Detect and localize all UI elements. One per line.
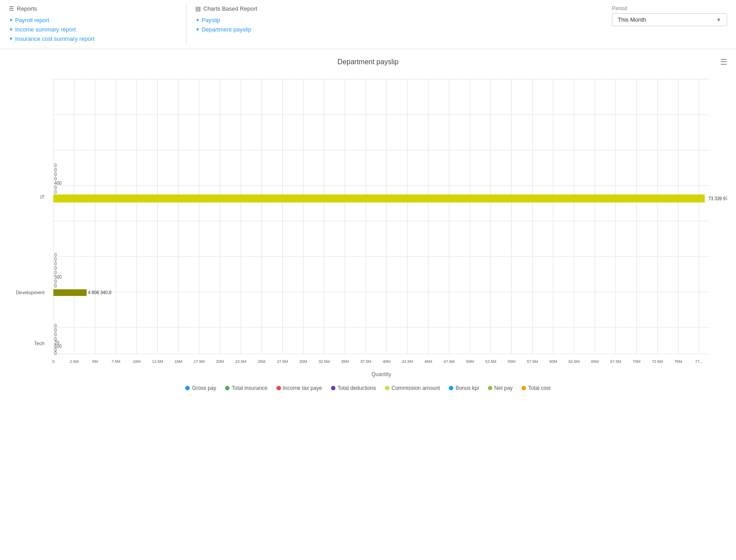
x-label-67.5m: 67.5M [610,359,621,364]
x-label-62.5m: 62.5M [569,359,580,364]
dev-label-0g: 0 [55,284,57,288]
it-label-5: 0 [55,190,57,194]
net-pay-dot [488,386,492,390]
it-main-bar [54,194,705,202]
x-label-77: 77... [695,359,703,364]
development-main-bar [54,289,87,296]
bonus-kpi-dot [449,386,453,390]
total-deductions-dot [331,386,335,390]
payroll-arrow-icon: ▼ [9,18,13,23]
chart-container: Department payslip ☰ [0,49,736,400]
total-cost-label: Total cost [528,385,551,391]
department-payslip-item[interactable]: ▼ Department payslip [195,25,364,34]
x-label-70m: 70M [633,359,641,364]
chart-wrapper: 0 0 0 0 400 0 0 73 339 976 IT 0 0 0 [9,70,727,381]
chart-title-row: Department payslip ☰ [9,58,727,66]
development-bars: 0 0 0 0 0 500 0 0 4 806 340.8 Developmen… [16,253,112,296]
payslip-label: Payslip [202,17,220,23]
bonus-kpi-label: Bonus kpi [456,385,479,391]
total-cost-dot [522,386,526,390]
x-label-2.5m: 2.5M [70,359,78,364]
payroll-report-item[interactable]: ▼ Payroll report [9,16,177,25]
chevron-down-icon: ▼ [716,17,721,23]
reports-section: ☰ Reports ▼ Payroll report ▼ Income summ… [0,0,186,49]
x-label-7.5m: 7.5M [111,359,120,364]
payslip-item[interactable]: ▼ Payslip [195,16,364,25]
income-summary-item[interactable]: ▼ Income summary report [9,25,177,34]
chart-legend: Gross pay Total insurance Income tax pay… [9,385,727,391]
chart-svg: 0 0 0 0 400 0 0 73 339 976 IT 0 0 0 [9,70,727,381]
charts-section: ▤ Charts Based Report ▼ Payslip ▼ Depart… [187,0,373,49]
income-tax-dot [276,386,281,390]
legend-total-deductions: Total deductions [331,385,376,391]
it-dept-label: IT [40,194,45,200]
x-axis-title: Quantity [371,371,391,377]
period-select[interactable]: This Month ▼ [612,13,727,26]
total-insurance-label: Total insurance [232,385,268,391]
x-label-50m: 50M [466,359,474,364]
x-label-35m: 35M [341,359,349,364]
department-payslip-label: Department payslip [202,26,251,33]
x-label-40m: 40M [383,359,391,364]
tech-label-0f: 0 [55,351,57,356]
gross-pay-label: Gross pay [192,385,216,391]
legend-commission: Commission amount [385,385,440,391]
chart-menu-icon[interactable]: ☰ [720,57,727,67]
it-bars: 0 0 0 0 400 0 0 73 339 976 IT [40,163,727,202]
x-label-72.5m: 72.5M [652,359,663,364]
x-label-30m: 30M [300,359,308,364]
x-label-10m: 10M [133,359,141,364]
x-label-15m: 15M [175,359,183,364]
dept-payslip-arrow-icon: ▼ [195,27,200,32]
x-label-75m: 75M [674,359,682,364]
legend-net-pay: Net pay [488,385,513,391]
x-label-20m: 20M [216,359,224,364]
commission-label: Commission amount [392,385,440,391]
reports-title: ☰ Reports [9,5,177,12]
development-bar-label: 4 806 340.8 [88,290,112,295]
grid-lines [54,79,709,354]
x-label-22.5m: 22.5M [235,359,246,364]
legend-total-cost: Total cost [522,385,551,391]
x-label-0: 0 [52,359,55,364]
top-navigation: ☰ Reports ▼ Payroll report ▼ Income summ… [0,0,736,49]
x-label-55m: 55M [508,359,516,364]
charts-icon: ▤ [195,5,201,12]
tech-bars: 0 0 0 0 20 600 0 0 Tech [34,323,62,356]
income-summary-label: Income summary report [15,26,76,33]
x-label-27.5m: 27.5M [277,359,288,364]
period-section: Period This Month ▼ [603,0,736,49]
x-label-12.5m: 12.5M [152,359,163,364]
charts-title: ▤ Charts Based Report [195,5,364,12]
insurance-cost-label: Insurance cost summary report [15,35,94,42]
tech-dept-label: Tech [34,341,44,346]
x-label-5m: 5M [92,359,98,364]
total-insurance-dot [225,386,230,390]
reports-icon: ☰ [9,5,14,12]
x-label-47.5m: 47.5M [444,359,455,364]
x-label-60m: 60M [549,359,557,364]
net-pay-label: Net pay [495,385,513,391]
x-label-52.5m: 52.5M [485,359,496,364]
x-label-25m: 25M [258,359,266,364]
development-dept-label: Development [16,290,45,295]
x-label-57.5m: 57.5M [527,359,538,364]
x-label-45m: 45M [424,359,432,364]
insurance-cost-item[interactable]: ▼ Insurance cost summary report [9,34,177,43]
legend-total-insurance: Total insurance [225,385,268,391]
period-value: This Month [618,16,646,23]
legend-bonus-kpi: Bonus kpi [449,385,479,391]
total-deductions-label: Total deductions [338,385,376,391]
income-arrow-icon: ▼ [9,27,13,32]
reports-label: Reports [17,5,37,12]
it-main-bar-label: 73 339 976 [709,196,728,201]
insurance-arrow-icon: ▼ [9,36,13,41]
income-tax-label: Income tax paye [283,385,322,391]
gross-pay-dot [185,386,190,390]
chart-title: Department payslip [338,58,399,66]
payroll-report-label: Payroll report [15,17,49,23]
x-axis-labels: 0 2.5M 5M 7.5M 10M 12.5M 15M 17.5M 20M 2… [52,359,703,364]
legend-gross-pay: Gross pay [185,385,216,391]
commission-dot [385,386,389,390]
x-label-65m: 65M [591,359,599,364]
